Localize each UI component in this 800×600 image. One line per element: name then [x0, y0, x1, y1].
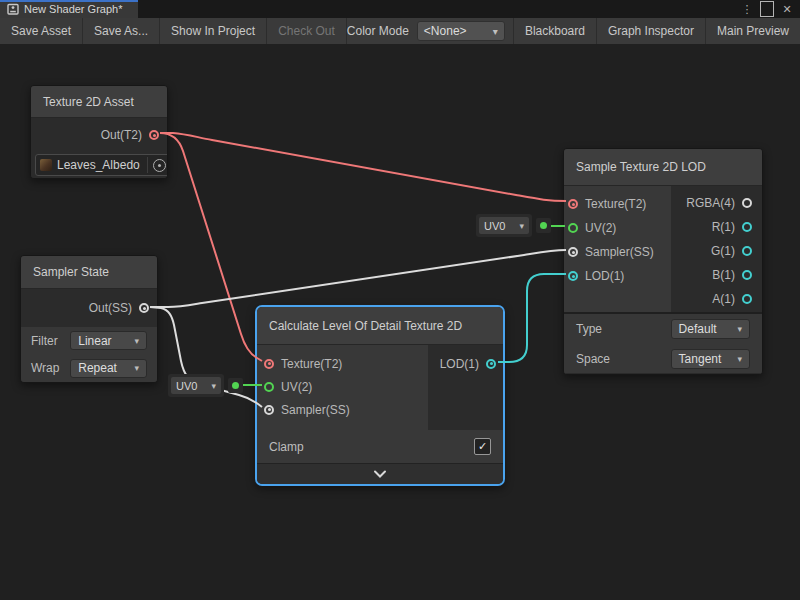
uv-chip-panel: UV0: [476, 214, 532, 237]
space-value: Tangent: [679, 352, 722, 366]
node-title: Calculate Level Of Detail Texture 2D: [257, 307, 503, 345]
uv-chip-calc: UV0: [168, 374, 243, 397]
edge-sampler-to-sample[interactable]: [150, 250, 566, 307]
edge-lod-to-sample[interactable]: [498, 274, 566, 362]
type-dropdown[interactable]: Default: [671, 319, 750, 339]
port-label: RGBA(4): [686, 196, 735, 210]
port-uv-input[interactable]: [264, 382, 274, 392]
kebab-menu-icon[interactable]: ⋮: [740, 2, 754, 16]
main-preview-button[interactable]: Main Preview: [705, 18, 800, 44]
port-label: UV(2): [585, 221, 616, 235]
port-r-output[interactable]: [742, 222, 752, 232]
active-tab-accent: [0, 0, 138, 2]
edge-texture-to-calc[interactable]: [160, 133, 262, 361]
show-in-project-button[interactable]: Show In Project: [160, 18, 267, 44]
maximize-glyph: [760, 1, 774, 17]
space-dropdown[interactable]: Tangent: [671, 349, 750, 369]
save-asset-button[interactable]: Save Asset: [0, 18, 83, 44]
node-expander[interactable]: [257, 463, 503, 484]
check-out-button: Check Out: [267, 18, 347, 44]
port-b-output[interactable]: [742, 270, 752, 280]
port-label: B(1): [712, 268, 735, 282]
wrap-label: Wrap: [31, 361, 70, 375]
uv-connector-dot-icon: [232, 382, 239, 389]
texture-name: Leaves_Albedo: [57, 158, 140, 172]
port-rgba-output[interactable]: [742, 198, 752, 208]
edge-texture-to-sample[interactable]: [160, 133, 566, 201]
graph-canvas[interactable]: Texture 2D Asset Out(T2) Leaves_Albedo S…: [0, 44, 800, 600]
node-title: Texture 2D Asset: [31, 86, 167, 118]
object-picker-icon[interactable]: [153, 159, 166, 172]
uv-chip-connector: [228, 378, 243, 393]
node-sampler-state[interactable]: Sampler State Out(SS) Filter Linear Wrap…: [20, 255, 158, 383]
port-a-output[interactable]: [742, 294, 752, 304]
port-label: Sampler(SS): [281, 403, 350, 417]
port-label: UV(2): [281, 380, 312, 394]
type-value: Default: [679, 322, 717, 336]
port-label: LOD(1): [440, 357, 479, 371]
node-title: Sampler State: [21, 256, 157, 289]
tab-title: New Shader Graph*: [24, 3, 122, 15]
titlebar: New Shader Graph* ⋮ ✕: [0, 0, 800, 18]
node-sample-texture-2d-lod[interactable]: Sample Texture 2D LOD Texture(T2) UV(2) …: [563, 148, 763, 375]
filter-value: Linear: [78, 334, 111, 348]
port-label: Out(T2): [101, 128, 142, 142]
uv-channel-value: UV0: [176, 380, 197, 392]
node-title: Sample Texture 2D LOD: [564, 149, 762, 186]
port-lod-input[interactable]: [568, 271, 578, 281]
uv-chip-panel: UV0: [168, 374, 224, 397]
port-label: A(1): [712, 292, 735, 306]
port-lod-output[interactable]: [486, 359, 496, 369]
graph-inspector-button[interactable]: Graph Inspector: [596, 18, 705, 44]
blackboard-button[interactable]: Blackboard: [513, 18, 596, 44]
uv-channel-value: UV0: [484, 220, 505, 232]
shader-graph-icon: [7, 3, 19, 15]
port-label: G(1): [711, 244, 735, 258]
port-g-output[interactable]: [742, 246, 752, 256]
clamp-checkbox[interactable]: ✓: [474, 438, 491, 455]
texture-thumbnail-icon: [40, 159, 52, 171]
port-label: Out(SS): [89, 301, 132, 315]
shader-graph-window: New Shader Graph* ⋮ ✕ Save Asset Save As…: [0, 0, 800, 600]
save-as-button[interactable]: Save As...: [83, 18, 160, 44]
node-texture-2d-asset[interactable]: Texture 2D Asset Out(T2) Leaves_Albedo: [30, 85, 168, 179]
wrap-dropdown[interactable]: Repeat: [70, 359, 147, 378]
chevron-down-icon: [373, 470, 387, 478]
uv-channel-dropdown[interactable]: UV0: [479, 217, 529, 234]
port-label: Texture(T2): [281, 357, 342, 371]
uv-channel-dropdown[interactable]: UV0: [171, 377, 221, 394]
port-label: R(1): [712, 220, 735, 234]
port-sampler-input[interactable]: [568, 247, 578, 257]
color-mode-label: Color Mode: [347, 18, 417, 44]
clamp-label: Clamp: [269, 440, 304, 454]
window-controls: ⋮ ✕: [740, 0, 800, 18]
space-label: Space: [576, 352, 671, 366]
color-mode-value: <None>: [424, 24, 467, 38]
close-icon[interactable]: ✕: [780, 2, 794, 16]
filter-label: Filter: [31, 334, 70, 348]
texture-object-field[interactable]: Leaves_Albedo: [35, 154, 168, 176]
maximize-icon[interactable]: [760, 2, 774, 16]
port-texture-input[interactable]: [568, 199, 578, 209]
uv-chip-sample: UV0: [476, 214, 551, 237]
port-out-ss[interactable]: [139, 303, 149, 313]
toolbar: Save Asset Save As... Show In Project Ch…: [0, 18, 800, 44]
port-out-t2[interactable]: [149, 130, 159, 140]
wrap-value: Repeat: [78, 361, 117, 375]
node-calculate-lod-texture-2d[interactable]: Calculate Level Of Detail Texture 2D Tex…: [255, 305, 505, 486]
uv-chip-connector: [536, 218, 551, 233]
port-uv-input[interactable]: [568, 223, 578, 233]
uv-connector-dot-icon: [540, 222, 547, 229]
field-divider: [147, 157, 148, 173]
type-label: Type: [576, 322, 671, 336]
port-sampler-input[interactable]: [264, 405, 274, 415]
filter-dropdown[interactable]: Linear: [70, 331, 147, 350]
port-label: LOD(1): [585, 269, 624, 283]
port-label: Sampler(SS): [585, 245, 654, 259]
port-texture-input[interactable]: [264, 359, 274, 369]
color-mode-dropdown[interactable]: <None>: [417, 21, 505, 41]
port-label: Texture(T2): [585, 197, 646, 211]
window-tab[interactable]: New Shader Graph*: [0, 0, 138, 18]
